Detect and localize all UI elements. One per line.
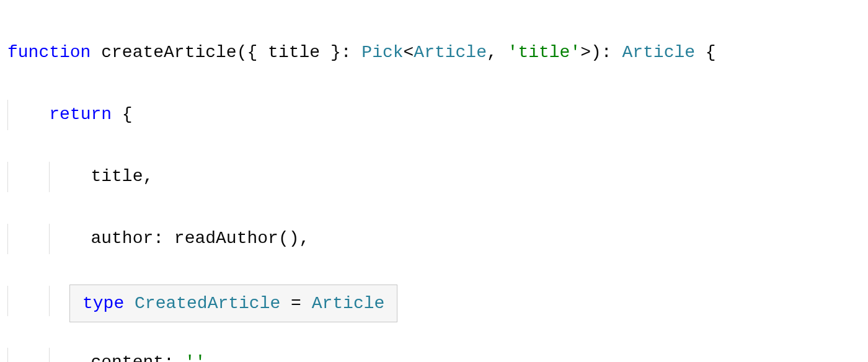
type: Article <box>312 294 385 313</box>
code-line[interactable]: title, <box>7 161 868 192</box>
keyword: function <box>7 43 91 62</box>
code-line[interactable]: author: readAuthor(), <box>7 223 868 254</box>
hover-tooltip: type CreatedArticle = Article <box>69 285 397 322</box>
type: CreatedArticle <box>135 294 280 313</box>
string: 'title' <box>508 43 581 62</box>
keyword: type <box>82 294 124 313</box>
type: Article <box>622 43 695 62</box>
param: title <box>268 43 320 62</box>
keyword: return <box>49 105 112 124</box>
string: '' <box>185 353 206 362</box>
code-line[interactable]: content: '' <box>7 347 868 362</box>
code-editor[interactable]: function createArticle({ title }: Pick<A… <box>0 0 868 362</box>
code-line[interactable]: function createArticle({ title }: Pick<A… <box>7 37 868 68</box>
function-name: createArticle <box>101 43 236 62</box>
type: Article <box>414 43 487 62</box>
code-line[interactable]: return { <box>7 99 868 130</box>
type: Pick <box>361 43 403 62</box>
